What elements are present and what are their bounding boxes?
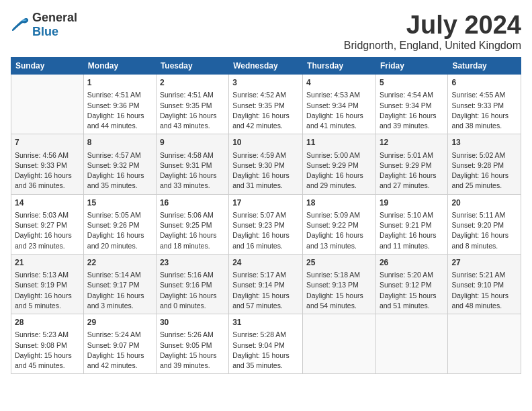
calendar-body: 1Sunrise: 4:51 AMSunset: 9:36 PMDaylight… <box>11 75 521 374</box>
day-info-line: Daylight: 16 hours <box>306 230 372 240</box>
location-subtitle: Bridgnorth, England, United Kingdom <box>344 40 521 52</box>
day-info-line: and 16 minutes. <box>232 241 299 251</box>
table-row: 20Sunrise: 5:11 AMSunset: 9:20 PMDayligh… <box>448 194 521 254</box>
day-info-line: Sunrise: 5:05 AM <box>87 210 152 220</box>
month-title: July 2024 <box>344 11 521 40</box>
day-info-line: Sunset: 9:32 PM <box>87 161 152 171</box>
table-row <box>303 314 376 374</box>
day-info-line: Daylight: 16 hours <box>451 111 517 121</box>
day-info-line: Sunset: 9:30 PM <box>232 161 299 171</box>
day-info-line: Sunrise: 5:11 AM <box>451 210 517 220</box>
day-info-line: and 13 minutes. <box>306 241 372 251</box>
day-info-line: Sunset: 9:21 PM <box>380 220 444 230</box>
day-info-line: Sunrise: 5:20 AM <box>380 270 444 280</box>
title-block: July 2024 Bridgnorth, England, United Ki… <box>344 11 521 52</box>
day-number: 17 <box>232 197 299 209</box>
table-row: 3Sunrise: 4:52 AMSunset: 9:35 PMDaylight… <box>229 75 303 134</box>
day-info-line: and 35 minutes. <box>232 361 299 371</box>
day-number: 26 <box>380 257 444 269</box>
day-info-line: Daylight: 16 hours <box>15 171 80 181</box>
day-info-line: Daylight: 16 hours <box>160 171 225 181</box>
day-info-line: Sunset: 9:10 PM <box>451 280 517 290</box>
day-number: 11 <box>306 137 372 148</box>
day-info-line: Daylight: 16 hours <box>306 111 372 121</box>
day-info-line: Daylight: 15 hours <box>451 291 517 301</box>
day-info-line: Sunset: 9:16 PM <box>160 280 225 290</box>
day-number: 9 <box>160 137 225 148</box>
day-info-line: Daylight: 16 hours <box>87 291 152 301</box>
day-info-line: Sunrise: 5:10 AM <box>380 210 444 220</box>
table-row: 10Sunrise: 4:59 AMSunset: 9:30 PMDayligh… <box>229 134 303 194</box>
logo-icon <box>11 17 30 32</box>
day-info-line: Sunrise: 5:28 AM <box>232 330 299 340</box>
calendar-week-row: 1Sunrise: 4:51 AMSunset: 9:36 PMDaylight… <box>11 75 521 134</box>
day-number: 22 <box>87 257 152 269</box>
table-row: 2Sunrise: 4:51 AMSunset: 9:35 PMDaylight… <box>156 75 228 134</box>
day-info-line: Daylight: 16 hours <box>451 171 517 181</box>
table-row: 17Sunrise: 5:07 AMSunset: 9:23 PMDayligh… <box>229 194 303 254</box>
day-info-line: Sunset: 9:04 PM <box>232 340 299 351</box>
day-number: 19 <box>380 197 444 209</box>
day-info-line: Sunrise: 5:06 AM <box>160 210 225 220</box>
day-info-line: and 20 minutes. <box>87 241 152 251</box>
logo: General Blue <box>11 11 77 39</box>
day-number: 2 <box>160 77 225 89</box>
day-number: 5 <box>380 77 444 89</box>
day-info-line: and 18 minutes. <box>160 241 225 251</box>
day-info-line: Daylight: 16 hours <box>15 230 80 240</box>
day-number: 8 <box>87 137 152 148</box>
table-row: 31Sunrise: 5:28 AMSunset: 9:04 PMDayligh… <box>229 314 303 374</box>
day-info-line: Sunrise: 5:03 AM <box>15 210 80 220</box>
day-number: 21 <box>15 257 80 269</box>
day-info-line: Daylight: 16 hours <box>451 230 517 240</box>
day-info-line: Sunset: 9:28 PM <box>451 161 517 171</box>
day-info-line: Sunrise: 4:59 AM <box>232 150 299 161</box>
table-row: 18Sunrise: 5:09 AMSunset: 9:22 PMDayligh… <box>303 194 376 254</box>
calendar-week-row: 28Sunrise: 5:23 AMSunset: 9:08 PMDayligh… <box>11 314 521 374</box>
day-number: 10 <box>232 137 299 148</box>
table-row: 30Sunrise: 5:26 AMSunset: 9:05 PMDayligh… <box>156 314 228 374</box>
table-row: 23Sunrise: 5:16 AMSunset: 9:16 PMDayligh… <box>156 254 228 314</box>
day-info-line: and 41 minutes. <box>306 121 372 131</box>
table-row: 13Sunrise: 5:02 AMSunset: 9:28 PMDayligh… <box>448 134 521 194</box>
day-number: 3 <box>232 77 299 89</box>
logo-general: General <box>32 11 77 24</box>
day-info-line: Sunrise: 5:13 AM <box>15 270 80 280</box>
day-number: 16 <box>160 197 225 209</box>
day-info-line: Sunrise: 5:18 AM <box>306 270 372 280</box>
day-info-line: Sunset: 9:26 PM <box>87 220 152 230</box>
day-number: 23 <box>160 257 225 269</box>
day-info-line: Sunrise: 5:23 AM <box>15 330 80 340</box>
day-number: 31 <box>232 317 299 328</box>
col-friday: Friday <box>375 58 447 75</box>
table-row: 4Sunrise: 4:53 AMSunset: 9:34 PMDaylight… <box>303 75 376 134</box>
day-info-line: Daylight: 16 hours <box>160 230 225 240</box>
day-info-line: Sunrise: 4:53 AM <box>306 90 372 100</box>
table-row: 15Sunrise: 5:05 AMSunset: 9:26 PMDayligh… <box>83 194 156 254</box>
day-info-line: and 3 minutes. <box>87 301 152 311</box>
table-row: 16Sunrise: 5:06 AMSunset: 9:25 PMDayligh… <box>156 194 228 254</box>
day-number: 24 <box>232 257 299 269</box>
day-info-line: and 11 minutes. <box>380 241 444 251</box>
day-number: 12 <box>380 137 444 148</box>
day-info-line: and 57 minutes. <box>232 301 299 311</box>
table-row: 26Sunrise: 5:20 AMSunset: 9:12 PMDayligh… <box>375 254 447 314</box>
table-row <box>375 314 447 374</box>
day-number: 15 <box>87 197 152 209</box>
day-number: 25 <box>306 257 372 269</box>
day-info-line: Daylight: 16 hours <box>87 111 152 121</box>
table-row: 22Sunrise: 5:14 AMSunset: 9:17 PMDayligh… <box>83 254 156 314</box>
logo-blue: Blue <box>32 25 58 38</box>
day-info-line: and 42 minutes. <box>232 121 299 131</box>
table-row: 12Sunrise: 5:01 AMSunset: 9:29 PMDayligh… <box>375 134 447 194</box>
page-header: General Blue July 2024 Bridgnorth, Engla… <box>11 11 521 52</box>
day-info-line: and 8 minutes. <box>451 241 517 251</box>
day-number: 13 <box>451 137 517 148</box>
day-info-line: Daylight: 16 hours <box>160 291 225 301</box>
day-info-line: Sunset: 9:31 PM <box>160 161 225 171</box>
day-info-line: and 42 minutes. <box>87 361 152 371</box>
day-number: 29 <box>87 317 152 328</box>
table-row <box>448 314 521 374</box>
day-info-line: Sunset: 9:35 PM <box>160 101 225 111</box>
day-info-line: Sunset: 9:22 PM <box>306 220 372 230</box>
